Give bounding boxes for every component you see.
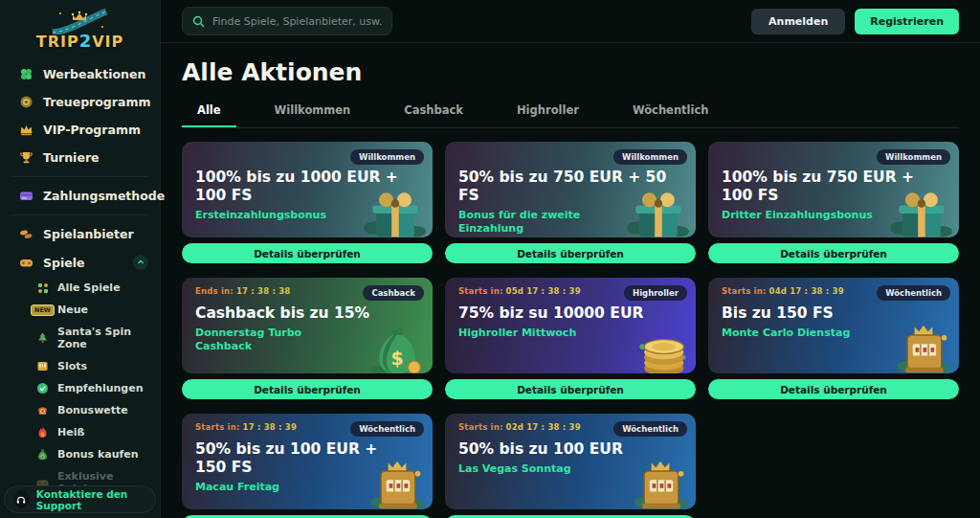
sidebar-subitem-label: Alle Spiele (57, 282, 121, 294)
timer-value: 05d 17 : 38 : 39 (506, 286, 581, 296)
sidebar-item-turniere[interactable]: Turniere (0, 144, 160, 171)
sidebar-item-werbeaktionen[interactable]: Werbeaktionen (0, 60, 160, 88)
sidebar-item-spielanbieter[interactable]: Spielanbieter (0, 220, 160, 248)
promo-card: Starts in:17 : 38 : 39 Wöchentlich 50% b… (182, 414, 433, 518)
sidebar-subitem-bonuswette[interactable]: B Bonuswette (0, 399, 160, 421)
card-category-badge: Willkommen (877, 149, 950, 165)
card-category-badge: Willkommen (350, 149, 424, 165)
new-badge-icon: NEW (36, 304, 49, 316)
card-subtitle: Macau Freitag (182, 481, 352, 494)
promo-card: Starts in:05d 17 : 38 : 39 Highroller 75… (445, 278, 696, 399)
brand-wordmark: TRIP2VIP (0, 31, 160, 51)
sidebar-item-zahlungsmethode[interactable]: Zahlungsmethode (0, 182, 160, 210)
sidebar-subitem-label: Santa's Spin Zone (57, 326, 148, 350)
money-bag-icon: B (36, 448, 49, 461)
tab-willkommen[interactable]: Willkommen (259, 98, 367, 127)
card-timer: Starts in:04d 17 : 38 : 39 (722, 286, 844, 296)
sidebar-subitem-alle-spiele[interactable]: Alle Spiele (0, 277, 160, 299)
sidebar-item-spiele[interactable]: Spiele (0, 248, 160, 277)
card-timer: Starts in:02d 17 : 38 : 39 (458, 422, 581, 432)
sidebar-item-label: Spiele (43, 256, 84, 270)
tab-alle[interactable]: Alle (182, 98, 236, 127)
sidebar-subitem-neue[interactable]: NEW Neue (0, 299, 160, 321)
details-button[interactable]: Details überprüfen (708, 379, 959, 399)
promo-card-art: Willkommen 100% bis zu 1000 EUR + 100 FS… (182, 142, 433, 237)
promo-card: Willkommen 50% bis zu 750 EUR + 50 FS Bo… (445, 142, 696, 263)
details-button[interactable]: Details überprüfen (445, 243, 696, 263)
tab-cashback[interactable]: Cashback (389, 98, 479, 127)
sidebar-subitem-slots[interactable]: Slots (0, 355, 160, 377)
contact-support-button[interactable]: Kontaktiere den Support (4, 485, 156, 513)
promo-card: Starts in:02d 17 : 38 : 39 Wöchentlich 5… (445, 414, 696, 518)
chevron-up-icon[interactable] (133, 255, 148, 270)
card-category-badge: Wöchentlich (877, 285, 950, 301)
slot-art (894, 320, 953, 373)
card-subtitle: Bonus für die zweite Einzahlung (445, 209, 615, 236)
tab-woechentlich[interactable]: Wöchentlich (617, 98, 724, 127)
timer-value: 02d 17 : 38 : 39 (506, 422, 581, 432)
sidebar-item-vip-programm[interactable]: VIP-Programm (0, 116, 160, 144)
sidebar-item-label: Zahlungsmethode (43, 189, 165, 203)
sidebar-item-treueprogramm[interactable]: Treueprogramm (0, 88, 160, 116)
timer-label: Starts in: (722, 286, 767, 296)
register-button[interactable]: Registrieren (855, 9, 959, 34)
search-input[interactable] (212, 15, 382, 28)
topbar: Anmelden Registrieren (161, 0, 980, 43)
promo-card-art: Willkommen 100% bis zu 750 EUR + 100 FS … (708, 142, 959, 237)
login-button[interactable]: Anmelden (751, 9, 845, 34)
timer-value: 17 : 38 : 39 (243, 422, 298, 432)
details-button[interactable]: Details überprüfen (708, 243, 959, 263)
page-title: Alle Aktionen (182, 58, 959, 86)
tab-highroller[interactable]: Highroller (501, 98, 594, 127)
sidebar-subitem-bonus-kaufen[interactable]: B Bonus kaufen (0, 443, 160, 465)
slot-art (368, 456, 427, 509)
sidebar-subitem-empfehlungen[interactable]: Empfehlungen (0, 377, 160, 399)
moneybag-art: $ (368, 320, 427, 373)
sidebar-subitem-label: Bonuswette (57, 404, 128, 417)
details-button[interactable]: Details überprüfen (182, 379, 433, 399)
search-box[interactable] (182, 7, 392, 35)
content: Alle Aktionen Alle Willkommen Cashback H… (161, 58, 980, 518)
svg-text:B: B (41, 409, 44, 414)
sidebar-item-label: Werbeaktionen (43, 67, 145, 81)
svg-text:$: $ (390, 349, 403, 369)
promo-card-art: Ends in:17 : 38 : 38 Cashback Cashback b… (182, 278, 433, 373)
brand-logo[interactable]: TRIP2VIP (0, 0, 160, 51)
promo-card-art: Starts in:04d 17 : 38 : 39 Wöchentlich B… (708, 278, 959, 373)
svg-text:B: B (41, 455, 44, 459)
promo-card-art: Starts in:02d 17 : 38 : 39 Wöchentlich 5… (445, 414, 696, 509)
sidebar-subitem-heiss[interactable]: Heiß (0, 421, 160, 443)
sidebar-subitem-santas-spin-zone[interactable]: Santa's Spin Zone (0, 321, 160, 355)
grid-icon (36, 282, 49, 294)
sidebar-item-label: VIP-Programm (43, 123, 141, 137)
headset-icon (14, 490, 29, 508)
coins-art (631, 320, 690, 373)
card-subtitle: Highroller Mittwoch (445, 327, 615, 340)
sidebar-subitem-label: Neue (57, 304, 88, 316)
sidebar-subitem-label: Slots (57, 360, 87, 372)
promo-card: Ends in:17 : 38 : 38 Cashback Cashback b… (182, 278, 433, 399)
details-button[interactable]: Details überprüfen (182, 243, 433, 263)
card-category-badge: Cashback (363, 285, 424, 301)
main-area: Anmelden Registrieren Alle Aktionen Alle… (161, 0, 980, 518)
tree-icon (36, 332, 49, 345)
gamepad-icon (19, 256, 33, 270)
sidebar-subitem-label: Heiß (57, 426, 84, 439)
slot-machine-icon (36, 360, 49, 372)
gift-art (625, 182, 690, 237)
gift-art (888, 182, 953, 237)
loyalty-badge-icon (19, 95, 33, 109)
sidebar-nav: Werbeaktionen Treueprogramm VIP-Programm… (0, 60, 160, 500)
promo-card-art: Starts in:17 : 38 : 39 Wöchentlich 50% b… (182, 414, 433, 509)
timer-label: Starts in: (195, 422, 240, 432)
card-timer: Ends in:17 : 38 : 38 (195, 286, 290, 296)
card-subtitle: Las Vegas Sonntag (445, 462, 615, 476)
sidebar: TRIP2VIP Werbeaktionen Treueprogramm VIP… (0, 0, 161, 518)
timer-label: Starts in: (458, 422, 503, 432)
card-subtitle: Monte Carlo Dienstag (708, 327, 879, 340)
details-button[interactable]: Details überprüfen (445, 379, 696, 399)
sidebar-subitem-label: Bonus kaufen (57, 448, 139, 461)
trophy-icon (19, 150, 33, 165)
sidebar-item-label: Treueprogramm (43, 95, 150, 109)
promo-tabs: Alle Willkommen Cashback Highroller Wöch… (182, 98, 959, 128)
